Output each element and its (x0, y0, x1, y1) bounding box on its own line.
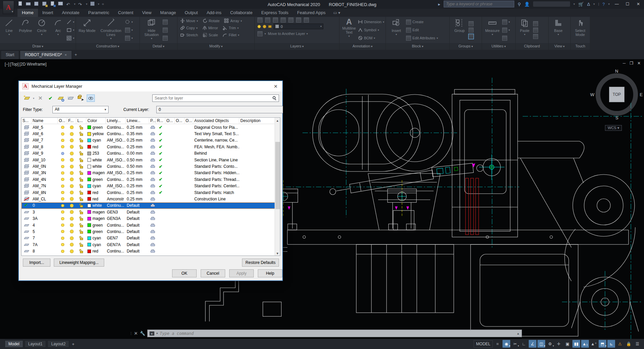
linetype-value[interactable]: Continu... (106, 229, 126, 234)
color-swatch[interactable] (87, 152, 91, 155)
viewcube-south[interactable]: S (615, 115, 618, 120)
multiline-text-button[interactable]: AMultiline Text (341, 17, 357, 42)
plot-preview-icon[interactable] (50, 1, 55, 7)
plot-icon[interactable] (58, 1, 64, 7)
printer-icon[interactable] (151, 132, 155, 135)
color-swatch[interactable] (87, 223, 91, 227)
ribbon-tab-output[interactable]: Output (180, 9, 202, 17)
move-button[interactable]: Move▾ (180, 17, 198, 24)
isolate-objects-icon[interactable]: 🔒 (625, 340, 633, 348)
linetype-value[interactable]: Continu... (106, 177, 126, 182)
viewport-controls[interactable]: [−] (5, 62, 9, 67)
unlock-icon[interactable] (79, 138, 83, 142)
construction-circle-icon[interactable]: ▾ (125, 18, 133, 25)
save-icon[interactable] (34, 1, 39, 7)
layer-row[interactable]: ✔ AM_8N red Continu... 0.25 mm ✔ Standar… (22, 189, 280, 196)
viewport-restore-icon[interactable]: ❐ (630, 61, 633, 66)
layer-row[interactable]: ✔ 7 cyan GEN7 Default ✔ (22, 235, 280, 241)
printer-icon[interactable] (151, 126, 155, 129)
measure-button[interactable]: Measure (483, 17, 501, 42)
view-controls[interactable]: [Top] (10, 62, 19, 67)
lineweight-value[interactable]: 0.25 mm (126, 197, 149, 201)
lineweight-value[interactable]: 0.25 mm (126, 184, 149, 188)
linetype-value[interactable]: AM_ISO... (106, 138, 126, 143)
unlock-icon[interactable] (79, 171, 83, 175)
color-swatch[interactable] (87, 210, 91, 214)
ribbon-tab-addins[interactable]: Add-ins (202, 9, 226, 17)
edit-block-button[interactable]: Edit (406, 27, 438, 33)
apply-button[interactable]: Apply (229, 269, 254, 277)
lineweight-value[interactable]: Default (126, 249, 149, 254)
tab-layout2[interactable]: Layout2 (47, 340, 69, 348)
command-history-up-icon[interactable]: ▲ (517, 332, 520, 335)
point-cloud-icon[interactable]: ▾ (502, 27, 510, 33)
new-drawing-tab-button[interactable]: + (75, 52, 77, 59)
layer-freeze-icon[interactable] (281, 17, 286, 23)
qat-customize-dropdown[interactable]: ▾ (98, 2, 99, 6)
sun-freeze-icon[interactable] (70, 217, 74, 221)
redo-icon[interactable]: ↷ (78, 1, 84, 7)
layer-row[interactable]: ✔ 5 green Continu... Default ✔ (22, 228, 280, 235)
bulb-icon[interactable] (61, 204, 64, 207)
current-layer-input[interactable] (156, 106, 283, 113)
sun-freeze-icon[interactable] (70, 243, 74, 246)
unlock-icon[interactable] (79, 210, 83, 214)
trim-button[interactable]: Trim▾ (223, 25, 239, 31)
lineweight-value[interactable]: Default (126, 210, 149, 215)
copy-clip-icon[interactable] (533, 28, 538, 33)
sun-icon[interactable] (263, 25, 266, 28)
sun-freeze-icon[interactable] (70, 125, 74, 129)
maximize-button[interactable]: ☐ (624, 2, 631, 6)
bulb-icon[interactable] (61, 139, 64, 142)
sun-freeze-icon[interactable] (70, 210, 74, 214)
undo-icon[interactable]: ↶ (66, 1, 72, 7)
col-freeze[interactable]: F... (67, 118, 76, 124)
sun-freeze-icon[interactable] (70, 145, 74, 149)
ray-mode-button[interactable]: Ray Mode (77, 17, 97, 42)
render-check-icon[interactable]: ✔ (159, 157, 163, 162)
color-swatch[interactable] (87, 236, 91, 240)
col-o2[interactable]: O... (165, 118, 175, 124)
layer-row[interactable]: ✔ AM_0N white Continu... 0.50 mm ✔ Stand… (22, 163, 280, 169)
copy-button[interactable]: Copy▾ (180, 25, 198, 31)
unlock-icon[interactable] (79, 191, 83, 195)
group-edit-icon[interactable] (469, 28, 474, 33)
printer-icon[interactable] (151, 184, 155, 188)
group-button[interactable]: Group (451, 17, 468, 42)
viewcube-north[interactable]: N (615, 69, 618, 74)
printer-icon[interactable] (151, 230, 155, 233)
snap-mode-icon[interactable]: ◉▾ (502, 340, 510, 348)
command-bar-close-icon[interactable]: ✕ (134, 331, 138, 336)
lineweight-value[interactable]: 0.25 mm (126, 190, 149, 195)
col-plot[interactable]: P... (149, 118, 156, 124)
viewport-minimize-icon[interactable]: ─ (623, 61, 626, 66)
panel-label-detail[interactable]: Detail (140, 43, 177, 50)
col-associated-objects[interactable]: Associated Objects (193, 118, 239, 124)
panel-label-modify[interactable]: Modify (177, 43, 254, 50)
color-swatch[interactable] (87, 230, 91, 233)
move-to-another-layer-button[interactable]: Move to Another Layer▾ (268, 30, 308, 37)
col-lineweight[interactable]: Linew... (126, 118, 149, 124)
grid-icon[interactable]: ⌗ (494, 340, 501, 348)
sun-freeze-icon[interactable] (70, 139, 74, 142)
file-tab-start[interactable]: Start (1, 50, 19, 59)
wcs-dropdown[interactable]: WCS ▾ (605, 125, 622, 131)
color-swatch[interactable] (87, 139, 91, 142)
isodraft-gear-icon[interactable]: ⚙▾ (546, 340, 554, 348)
layer-search-input[interactable] (152, 94, 279, 102)
redo-dropdown[interactable]: ▾ (86, 2, 88, 6)
mirror-button[interactable]: Mirror (202, 25, 218, 31)
printer-icon[interactable] (151, 165, 155, 168)
viewcube-east[interactable]: E (640, 92, 643, 97)
sun-freeze-icon[interactable] (70, 178, 74, 181)
printer-icon[interactable] (151, 224, 155, 227)
ok-button[interactable]: OK (172, 269, 197, 277)
bulb-icon[interactable] (61, 126, 64, 129)
lineweight-value[interactable]: 0.50 mm (126, 158, 149, 162)
viewcube[interactable]: N W E S TOP (592, 70, 641, 119)
render-check-icon[interactable]: ✔ (159, 170, 163, 176)
set-current-icon[interactable]: ✔ (46, 94, 54, 102)
col-linetype[interactable]: Linety... (106, 118, 126, 124)
bulb-icon[interactable] (61, 210, 64, 214)
insert-block-button[interactable]: Insert (387, 17, 405, 42)
